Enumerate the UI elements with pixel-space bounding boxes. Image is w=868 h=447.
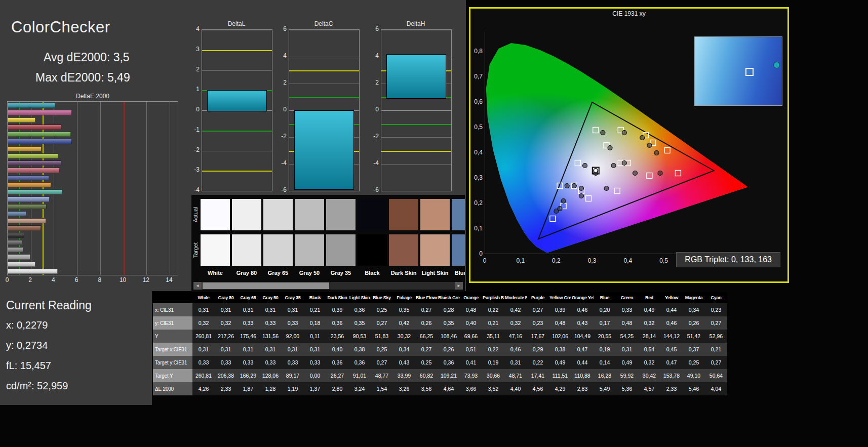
table-cell: 17,41 xyxy=(527,369,549,382)
table-cell: 0,20 xyxy=(594,303,616,316)
target-swatch-light-skin xyxy=(420,234,450,266)
table-cell: 1,87 xyxy=(237,382,259,395)
table-cell: 260,81 xyxy=(192,330,215,343)
table-cell: 0,26 xyxy=(415,316,438,330)
measured-point-marker xyxy=(572,184,576,188)
table-cell: 0,42 xyxy=(393,316,415,330)
deltaL-reference-line xyxy=(202,171,272,172)
actual-swatch-dark-skin xyxy=(389,199,418,230)
column-header-white: White xyxy=(192,292,215,303)
deltaC-reference-line xyxy=(289,70,359,71)
deltae-bar-black xyxy=(8,233,24,238)
table-cell: 0,21 xyxy=(482,316,504,330)
table-cell: 4,64 xyxy=(438,382,460,395)
table-cell: 0,32 xyxy=(638,356,660,369)
measured-point-marker xyxy=(604,186,609,191)
deltae-bar-magenta xyxy=(8,110,72,115)
table-cell: 0,22 xyxy=(482,343,504,356)
white-point-dot xyxy=(594,169,597,172)
deltae-bar-blue xyxy=(8,139,72,144)
table-cell: 91,01 xyxy=(348,369,371,382)
table-cell: 0,36 xyxy=(348,303,371,316)
deltaC-y-tick-label: -4 xyxy=(273,159,287,167)
table-cell: 0,33 xyxy=(215,356,237,369)
deltaH-gridline xyxy=(381,164,451,165)
table-cell: 0,46 xyxy=(504,343,527,356)
table-cell: 0,51 xyxy=(460,343,482,356)
table-cell: 0,26 xyxy=(683,316,705,330)
patch-name-gray-80: Gray 80 xyxy=(232,270,261,276)
table-cell: 153,78 xyxy=(660,369,683,382)
deltaL-chart: DeltaL 43210-1-2-3-4 xyxy=(186,20,272,195)
measured-point-marker xyxy=(608,146,612,150)
table-row-x-cie31: x: CIE310,310,310,310,310,310,210,390,36… xyxy=(153,303,727,316)
table-cell: 0,47 xyxy=(660,356,683,369)
deltae-bar-orange xyxy=(8,182,51,187)
scroll-left-arrow-icon[interactable]: ◄ xyxy=(193,282,202,290)
cie-y-tick-label: 0,2 xyxy=(470,199,483,207)
table-cell: 0,29 xyxy=(527,343,549,356)
table-cell: 3,24 xyxy=(348,382,371,395)
target-swatch-black xyxy=(358,234,387,266)
scrollbar-thumb[interactable] xyxy=(203,282,329,289)
table-cell: 0,31 xyxy=(192,343,215,356)
deltaH-gridline xyxy=(381,30,451,30)
table-cell: 0,27 xyxy=(415,343,438,356)
cie-x-tick-label: 0 xyxy=(483,257,487,264)
target-swatch-white xyxy=(201,234,230,266)
deltae-bar-gray-50 xyxy=(8,247,23,252)
patch-strip-scrollbar[interactable]: ◄ ► xyxy=(193,282,463,290)
table-cell: 0,35 xyxy=(348,316,371,330)
deltaC-reference-line xyxy=(289,97,359,98)
table-cell: 110,88 xyxy=(571,369,594,382)
table-cell: 109,21 xyxy=(438,369,460,382)
target-row-label: Target xyxy=(192,234,200,266)
deltae-bar-yellow xyxy=(8,117,35,123)
table-cell: 51,83 xyxy=(371,330,393,343)
table-cell: 0,39 xyxy=(326,303,348,316)
deltae2000-chart: DeltaE 2000 02468101214 xyxy=(7,93,179,290)
table-cell: 59,92 xyxy=(616,369,638,382)
actual-swatch-black xyxy=(358,199,387,230)
target-swatch-gray-50 xyxy=(295,234,324,266)
target-swatch-blue-sky xyxy=(452,234,465,266)
deltaH-gridline xyxy=(381,137,451,138)
deltae-x-tick-label: 14 xyxy=(166,276,172,283)
column-header-moderate-red: Moderate Red xyxy=(504,292,527,303)
table-cell: 2,80 xyxy=(326,382,348,395)
measured-point-marker xyxy=(654,151,659,155)
table-cell: 0,31 xyxy=(259,303,282,316)
table-cell: 3,56 xyxy=(415,382,438,395)
patch-name-gray-50: Gray 50 xyxy=(295,270,324,276)
table-cell: 0,33 xyxy=(304,356,326,369)
table-cell: 0,34 xyxy=(393,343,415,356)
table-cell: 0,36 xyxy=(348,356,371,369)
table-cell: 5,46 xyxy=(683,382,705,395)
row-label-target-y: Target Y xyxy=(153,369,192,382)
table-cell: 217,26 xyxy=(215,330,237,343)
row-label-y: Y xyxy=(153,330,192,343)
table-cell: 48,71 xyxy=(504,369,527,382)
table-cell: 0,43 xyxy=(393,356,415,369)
deltaC-y-tick-label: -2 xyxy=(273,133,287,140)
scroll-right-arrow-icon[interactable]: ► xyxy=(455,282,463,290)
table-cell: 0,18 xyxy=(304,316,326,330)
table-cell: 0,36 xyxy=(438,356,460,369)
target-swatch-gray-65 xyxy=(263,234,293,266)
table-cell: 50,64 xyxy=(705,369,727,382)
table-cell: 0,21 xyxy=(304,303,326,316)
patch-name-dark-skin: Dark Skin xyxy=(389,270,418,276)
cie-1931-panel: CIE 1931 xy xyxy=(469,7,789,283)
table-cell: 0,31 xyxy=(215,343,237,356)
deltaC-y-tick-label: 4 xyxy=(273,52,287,59)
current-reading-panel: Current Reading x: 0,2279 y: 0,2734 fL: … xyxy=(6,299,148,400)
table-cell: 102,06 xyxy=(549,330,571,343)
column-header-foliage: Foliage xyxy=(393,292,415,303)
deltaL-gridline xyxy=(202,151,272,151)
current-reading-title: Current Reading xyxy=(6,299,148,312)
table-cell: 0,26 xyxy=(438,343,460,356)
deltae-bar-green xyxy=(8,132,71,137)
deltaC-y-tick-label: 0 xyxy=(273,106,287,113)
table-cell: 0,31 xyxy=(192,303,215,316)
max-de2000-value: Max dE2000: 5,49 xyxy=(35,71,130,85)
